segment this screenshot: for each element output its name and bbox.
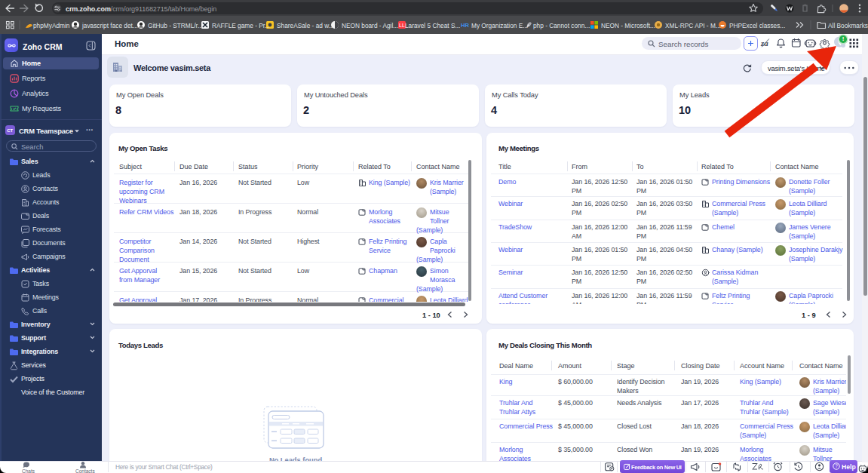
svg-text:LL: LL [399,23,405,28]
svg-text:HR: HR [461,22,469,29]
svg-text:?: ? [835,463,838,468]
